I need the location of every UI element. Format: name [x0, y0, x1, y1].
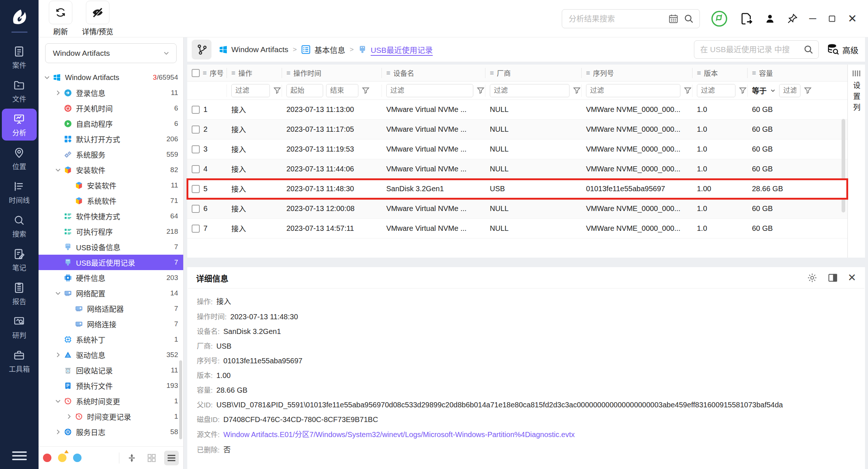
user-icon[interactable] — [764, 13, 775, 24]
funnel-icon[interactable] — [803, 86, 812, 95]
tree-item-系统软件[interactable]: 系统软件71 — [39, 193, 183, 208]
tree-item-软件快捷方式[interactable]: 软件快捷方式64 — [39, 208, 183, 224]
tree-item-回收站记录[interactable]: 回收站记录11 — [39, 363, 183, 378]
yellow-filter-dot[interactable] — [58, 454, 66, 462]
minimize-button[interactable]: ─ — [809, 14, 816, 23]
search-icon[interactable] — [683, 13, 694, 24]
sidebar-item-report[interactable]: <报告 — [2, 277, 37, 309]
chevron-down-icon[interactable] — [42, 73, 52, 82]
tree-item-开关机时间[interactable]: 开关机时间6 — [39, 101, 183, 116]
chevron-down-icon[interactable] — [53, 288, 63, 298]
column-header-序列号[interactable]: ≡序列号 — [582, 68, 692, 78]
sidebar-item-judge[interactable]: <研判 — [2, 311, 37, 343]
export-icon[interactable] — [739, 11, 753, 26]
select-all-checkbox[interactable] — [192, 69, 200, 77]
advanced-search-button[interactable]: 高级 — [827, 43, 858, 56]
panel-toggle-icon[interactable] — [827, 272, 838, 283]
column-menu-icon[interactable]: ≡ — [697, 69, 701, 77]
chevron-right-icon[interactable] — [53, 427, 63, 437]
sidebar-item-toolbox[interactable]: <工具箱 — [2, 345, 37, 377]
sidebar-item-file[interactable]: <文件 — [2, 75, 37, 107]
row-checkbox[interactable] — [192, 225, 200, 233]
artifact-source-select[interactable]: Window Artifacts — [45, 43, 177, 63]
tree-item-默认打开方式[interactable]: 默认打开方式206 — [39, 131, 183, 147]
filter-input[interactable] — [697, 84, 735, 97]
sidebar-item-timeline[interactable]: <时间线 — [2, 176, 37, 208]
safety-badge-icon[interactable] — [711, 10, 728, 27]
column-settings-strip[interactable]: 设置列 — [847, 65, 865, 258]
column-menu-icon[interactable]: ≡ — [231, 69, 235, 77]
table-row-4[interactable]: 4接入2023-07-13 11:44:06VMware Virtual NVM… — [187, 159, 847, 179]
search-icon[interactable] — [803, 44, 814, 55]
tree-item-安装软件[interactable]: 安装软件82 — [39, 162, 183, 178]
tree-item-安装软件[interactable]: 安装软件11 — [39, 178, 183, 193]
tree-item-Window Artifacts[interactable]: Window Artifacts3/65954 — [39, 70, 183, 85]
chevron-right-icon[interactable] — [53, 350, 63, 360]
tree-item-网络连接[interactable]: 网络连接7 — [39, 316, 183, 332]
tree-item-系统服务[interactable]: 系统服务559 — [39, 147, 183, 162]
row-checkbox[interactable] — [192, 126, 200, 134]
close-button[interactable]: ✕ — [848, 13, 857, 24]
global-search-input[interactable] — [569, 14, 668, 23]
funnel-icon[interactable] — [361, 86, 370, 95]
filter-input[interactable] — [779, 84, 800, 97]
preview-button[interactable]: 详情/预览 — [82, 1, 113, 37]
funnel-icon[interactable] — [683, 86, 692, 95]
chevron-down-icon[interactable] — [770, 87, 776, 94]
tree-item-可执行程序[interactable]: 可执行程序218 — [39, 224, 183, 239]
detail-source-link[interactable]: Window Artifacts.E01/分区7/Windows/System3… — [223, 429, 575, 439]
red-filter-dot[interactable] — [43, 454, 51, 462]
blue-filter-dot[interactable] — [73, 454, 82, 462]
tree-item-服务日志[interactable]: 服务日志58 — [39, 424, 183, 440]
column-menu-icon[interactable]: ≡ — [286, 69, 290, 77]
row-checkbox[interactable] — [192, 205, 200, 213]
row-checkbox[interactable] — [192, 106, 200, 114]
column-header-操作[interactable]: ≡操作 — [227, 68, 282, 78]
collapse-all-icon[interactable] — [124, 451, 139, 465]
tree-item-预执行文件[interactable]: 预执行文件193 — [39, 378, 183, 393]
chevron-right-icon[interactable] — [53, 88, 63, 98]
row-checkbox[interactable] — [192, 165, 200, 173]
sidebar-item-note[interactable]: <笔记 — [2, 244, 37, 276]
column-menu-icon[interactable]: ≡ — [490, 69, 494, 77]
column-header-厂商[interactable]: ≡厂商 — [485, 68, 582, 78]
filter-input[interactable] — [490, 84, 569, 97]
column-header-设备名[interactable]: ≡设备名 — [382, 68, 485, 78]
calendar-icon[interactable] — [668, 13, 679, 24]
breadcrumb-item-source[interactable]: Window Artifacts — [231, 45, 288, 54]
column-menu-icon[interactable]: ≡ — [586, 69, 590, 77]
close-detail-icon[interactable]: ✕ — [848, 272, 856, 284]
tree-item-USB最近使用记录[interactable]: USB最近使用记录7 — [39, 255, 183, 270]
column-menu-icon[interactable]: ≡ — [386, 69, 390, 77]
filter-end-input[interactable] — [326, 84, 358, 97]
tree-item-网络适配器[interactable]: 网络适配器7 — [39, 301, 183, 316]
tree-scrollbar[interactable] — [179, 360, 182, 439]
refresh-button[interactable]: 刷新 — [49, 1, 72, 37]
funnel-icon[interactable] — [572, 86, 581, 95]
grid-view-icon[interactable] — [144, 451, 159, 465]
column-menu-icon[interactable]: ≡ — [203, 69, 207, 77]
table-row-2[interactable]: 2接入2023-07-13 11:17:05VMware Virtual NVM… — [187, 120, 847, 139]
filter-input[interactable] — [231, 84, 270, 97]
branch-view-button[interactable] — [192, 40, 211, 59]
list-view-icon[interactable] — [164, 451, 179, 465]
filter-start-input[interactable] — [286, 84, 323, 97]
tree-item-硬件信息[interactable]: 硬件信息203 — [39, 270, 183, 286]
column-header-版本[interactable]: ≡版本 — [692, 68, 748, 78]
column-header-容量[interactable]: ≡容量 — [748, 68, 833, 78]
funnel-icon[interactable] — [476, 86, 485, 95]
sidebar-item-location[interactable]: <位置 — [2, 142, 37, 174]
tree-item-网络配置[interactable]: 网络配置14 — [39, 286, 183, 301]
sidebar-item-case[interactable]: <案件 — [2, 41, 37, 73]
filter-operator-label[interactable]: 等于 — [752, 85, 767, 96]
breadcrumb-item-category[interactable]: 基本信息 — [314, 44, 345, 55]
sidebar-item-search[interactable]: <搜索 — [2, 210, 37, 242]
table-row-7[interactable]: 7接入2023-07-13 14:57:11VMware Virtual NVM… — [187, 219, 847, 239]
chevron-right-icon[interactable] — [64, 412, 74, 421]
table-row-1[interactable]: 1接入2023-07-13 11:13:00VMware Virtual NVM… — [187, 100, 847, 120]
tree-item-自启动程序[interactable]: 自启动程序6 — [39, 116, 183, 131]
column-header-操作时间[interactable]: ≡操作时间 — [282, 68, 382, 78]
table-row-3[interactable]: 3接入2023-07-13 11:19:53VMware Virtual NVM… — [187, 139, 847, 159]
funnel-icon[interactable] — [738, 86, 747, 95]
tree-item-USB设备信息[interactable]: USB设备信息7 — [39, 239, 183, 255]
